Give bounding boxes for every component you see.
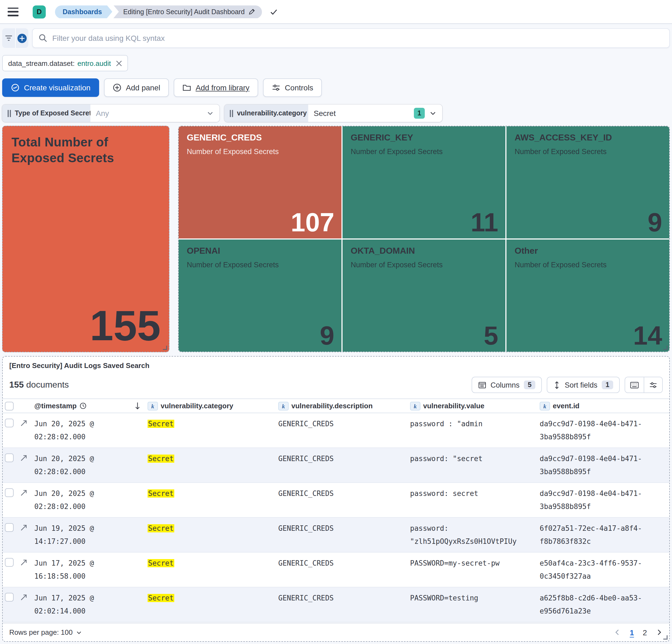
- resize-handle[interactable]: [163, 346, 167, 350]
- breadcrumb-current-page[interactable]: Editing [Entro Security] Audit Dashboard: [113, 5, 262, 18]
- rows-per-page-button[interactable]: Rows per page: 100: [9, 628, 83, 636]
- controls-button[interactable]: Controls: [263, 78, 322, 97]
- cell-category: Secret: [147, 483, 278, 500]
- resize-handle[interactable]: [663, 635, 668, 640]
- cell-value: password: "zlh51pOQyxRsZs0H1OVtPIUy: [410, 518, 540, 548]
- table-row[interactable]: Jun 20, 2025 @ 02:28:02.000 Secret GENER…: [3, 483, 669, 518]
- breadcrumb-dashboards[interactable]: Dashboards: [55, 5, 112, 18]
- row-checkbox[interactable]: [5, 518, 20, 532]
- panel-audit-logs-saved-search: [Entro Security] Audit Logs Saved Search…: [2, 356, 670, 642]
- cell-timestamp: Jun 17, 2025 @ 02:02:14.000: [34, 587, 147, 618]
- control-value-dropdown[interactable]: Any: [91, 105, 219, 122]
- pencil-icon: [249, 8, 256, 15]
- metric-value: 9: [648, 207, 662, 238]
- expand-row-icon[interactable]: [20, 483, 34, 497]
- keyword-field-icon: k: [410, 401, 420, 410]
- keyboard-shortcuts-button[interactable]: [625, 377, 644, 392]
- row-checkbox[interactable]: [5, 448, 20, 462]
- metric-subtitle: Number of Exposed Secrets: [187, 261, 333, 269]
- expand-row-icon[interactable]: [20, 413, 34, 427]
- cell-category: Secret: [147, 552, 278, 570]
- folder-icon: [182, 83, 191, 92]
- kql-search-bar[interactable]: [32, 28, 670, 48]
- column-header-vulnerability-value[interactable]: k vulnerability.value: [410, 401, 540, 410]
- expand-row-icon[interactable]: [20, 587, 34, 601]
- resize-handle[interactable]: [663, 346, 668, 350]
- filter-options-button[interactable]: [2, 28, 15, 48]
- search-input[interactable]: [52, 34, 663, 42]
- avatar[interactable]: D: [33, 5, 46, 18]
- menu-icon[interactable]: [8, 7, 19, 16]
- columns-button[interactable]: Columns 5: [471, 377, 542, 393]
- column-header-vulnerability-description[interactable]: k vulnerability.description: [278, 401, 410, 410]
- select-all-checkbox[interactable]: [5, 401, 20, 410]
- column-header-vulnerability-category[interactable]: k vulnerability.category: [147, 401, 278, 410]
- display-sliders-icon: [649, 381, 657, 389]
- row-checkbox[interactable]: [5, 552, 20, 567]
- filter-pill[interactable]: data_stream.dataset: entro.audit: [2, 55, 128, 71]
- page-1-button[interactable]: 1: [630, 628, 634, 637]
- top-navigation-bar: D Dashboards Editing [Entro Security] Au…: [0, 0, 672, 24]
- cell-category: Secret: [147, 413, 278, 430]
- metric-value: 155: [90, 303, 161, 350]
- columns-count-badge: 5: [524, 380, 535, 389]
- previous-page-icon[interactable]: [614, 629, 621, 636]
- expand-row-icon[interactable]: [20, 448, 34, 462]
- control-value-dropdown[interactable]: Secret 1: [308, 105, 442, 122]
- control-label[interactable]: Type of Exposed Secret: [2, 105, 91, 122]
- cell-description: GENERIC_CREDS: [278, 552, 410, 570]
- expand-row-icon[interactable]: [20, 518, 34, 531]
- cell-event-id: a625f8b8-c2d6-4be0-aa53-e956d761a23e: [540, 587, 666, 618]
- selection-count-badge: 1: [414, 108, 425, 119]
- control-vulnerability-category: vulnerability.category Secret 1: [224, 105, 442, 122]
- cell-category: Secret: [147, 518, 278, 535]
- metric-title: OKTA_DOMAIN: [351, 246, 497, 256]
- metric-value: 9: [320, 321, 334, 351]
- cell-value: PASSWORD=testing: [410, 587, 540, 605]
- cell-description: GENERIC_CREDS: [278, 448, 410, 465]
- row-checkbox[interactable]: [5, 483, 20, 497]
- sort-arrows-icon: [553, 381, 560, 389]
- expand-row-icon[interactable]: [20, 552, 34, 566]
- cell-description: GENERIC_CREDS: [278, 413, 410, 430]
- column-header-timestamp[interactable]: @timestamp: [34, 402, 147, 410]
- row-checkbox[interactable]: [5, 413, 20, 427]
- cell-category: Secret: [147, 448, 278, 465]
- cell-value: password: secret: [410, 483, 540, 500]
- filter-icon: [5, 35, 13, 41]
- control-label[interactable]: vulnerability.category: [224, 105, 308, 122]
- metric-subtitle: Number of Exposed Secrets: [351, 261, 497, 269]
- add-panel-button[interactable]: Add panel: [104, 78, 169, 97]
- table-row[interactable]: Jun 19, 2025 @ 14:17:27.000 Secret GENER…: [3, 518, 669, 552]
- sort-fields-button[interactable]: Sort fields 1: [547, 377, 620, 393]
- cell-event-id: da9cc9d7-0198-4e04-b471-3ba9588b895f: [540, 448, 666, 478]
- chevron-down-icon: [76, 629, 83, 635]
- add-from-library-button[interactable]: Add from library: [174, 78, 258, 97]
- filter-value: entro.audit: [77, 59, 111, 67]
- add-filter-button[interactable]: [15, 28, 28, 48]
- cell-value: password : "admin: [410, 413, 540, 430]
- metric-title: GENERIC_KEY: [351, 133, 497, 143]
- table-row[interactable]: Jun 20, 2025 @ 02:28:02.000 Secret GENER…: [3, 413, 669, 448]
- metric-title: GENERIC_CREDS: [187, 133, 333, 143]
- row-checkbox[interactable]: [5, 587, 20, 602]
- panel-exposed-secrets-breakdown[interactable]: GENERIC_CREDS Number of Exposed Secrets …: [178, 126, 670, 352]
- close-icon[interactable]: [116, 60, 122, 66]
- column-header-event-id[interactable]: k event.id: [540, 401, 666, 410]
- table-row[interactable]: Jun 17, 2025 @ 02:02:14.000 Secret GENER…: [3, 587, 669, 622]
- metric-tile-other: Other Number of Exposed Secrets 14: [506, 240, 669, 352]
- sort-descending-icon[interactable]: [134, 402, 141, 410]
- table-row[interactable]: Jun 20, 2025 @ 02:28:02.000 Secret GENER…: [3, 448, 669, 483]
- metric-title: Total Number of Exposed Secrets: [11, 134, 137, 167]
- clock-icon: [79, 402, 86, 409]
- next-page-icon[interactable]: [656, 629, 663, 636]
- create-visualization-button[interactable]: Create visualization: [2, 78, 99, 97]
- display-options-button[interactable]: [644, 377, 662, 392]
- page-2-button[interactable]: 2: [643, 628, 647, 637]
- lens-icon: [11, 83, 20, 92]
- cell-description: GENERIC_CREDS: [278, 518, 410, 535]
- panel-total-exposed-secrets[interactable]: Total Number of Exposed Secrets 155: [2, 126, 169, 352]
- pagination: 1 2: [614, 628, 663, 637]
- drag-handle-icon: [8, 110, 11, 117]
- table-row[interactable]: Jun 17, 2025 @ 16:18:58.000 Secret GENER…: [3, 552, 669, 587]
